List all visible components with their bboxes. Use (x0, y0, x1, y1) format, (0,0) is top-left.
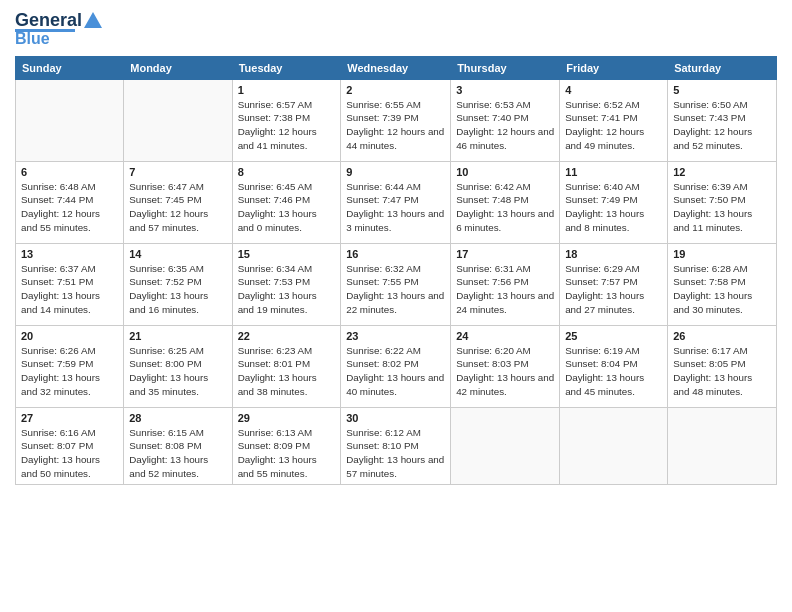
day-info: Sunrise: 6:20 AM Sunset: 8:03 PM Dayligh… (456, 344, 554, 399)
day-number: 2 (346, 84, 445, 96)
day-number: 23 (346, 330, 445, 342)
day-info: Sunrise: 6:47 AM Sunset: 7:45 PM Dayligh… (129, 180, 226, 235)
day-info: Sunrise: 6:44 AM Sunset: 7:47 PM Dayligh… (346, 180, 445, 235)
day-info: Sunrise: 6:23 AM Sunset: 8:01 PM Dayligh… (238, 344, 336, 399)
logo: General Blue (15, 10, 102, 48)
day-number: 30 (346, 412, 445, 424)
calendar-day-cell: 10Sunrise: 6:42 AM Sunset: 7:48 PM Dayli… (451, 161, 560, 243)
weekday-header-friday: Friday (560, 56, 668, 79)
day-number: 25 (565, 330, 662, 342)
day-info: Sunrise: 6:52 AM Sunset: 7:41 PM Dayligh… (565, 98, 662, 153)
day-number: 18 (565, 248, 662, 260)
day-number: 19 (673, 248, 771, 260)
day-info: Sunrise: 6:50 AM Sunset: 7:43 PM Dayligh… (673, 98, 771, 153)
calendar-day-cell: 17Sunrise: 6:31 AM Sunset: 7:56 PM Dayli… (451, 243, 560, 325)
day-info: Sunrise: 6:31 AM Sunset: 7:56 PM Dayligh… (456, 262, 554, 317)
day-number: 17 (456, 248, 554, 260)
calendar-day-cell: 16Sunrise: 6:32 AM Sunset: 7:55 PM Dayli… (341, 243, 451, 325)
day-info: Sunrise: 6:40 AM Sunset: 7:49 PM Dayligh… (565, 180, 662, 235)
page: General Blue SundayMondayTuesdayWednesda… (0, 0, 792, 612)
day-info: Sunrise: 6:19 AM Sunset: 8:04 PM Dayligh… (565, 344, 662, 399)
calendar-week-row: 1Sunrise: 6:57 AM Sunset: 7:38 PM Daylig… (16, 79, 777, 161)
day-number: 10 (456, 166, 554, 178)
calendar-day-cell: 14Sunrise: 6:35 AM Sunset: 7:52 PM Dayli… (124, 243, 232, 325)
svg-marker-0 (84, 12, 102, 28)
calendar-day-cell: 19Sunrise: 6:28 AM Sunset: 7:58 PM Dayli… (668, 243, 777, 325)
calendar-day-cell: 12Sunrise: 6:39 AM Sunset: 7:50 PM Dayli… (668, 161, 777, 243)
day-info: Sunrise: 6:29 AM Sunset: 7:57 PM Dayligh… (565, 262, 662, 317)
day-info: Sunrise: 6:17 AM Sunset: 8:05 PM Dayligh… (673, 344, 771, 399)
calendar-day-cell: 21Sunrise: 6:25 AM Sunset: 8:00 PM Dayli… (124, 325, 232, 407)
weekday-header-sunday: Sunday (16, 56, 124, 79)
day-number: 24 (456, 330, 554, 342)
calendar-day-cell: 11Sunrise: 6:40 AM Sunset: 7:49 PM Dayli… (560, 161, 668, 243)
calendar-day-cell (560, 407, 668, 485)
calendar-week-row: 20Sunrise: 6:26 AM Sunset: 7:59 PM Dayli… (16, 325, 777, 407)
calendar-week-row: 27Sunrise: 6:16 AM Sunset: 8:07 PM Dayli… (16, 407, 777, 485)
day-info: Sunrise: 6:39 AM Sunset: 7:50 PM Dayligh… (673, 180, 771, 235)
calendar-week-row: 13Sunrise: 6:37 AM Sunset: 7:51 PM Dayli… (16, 243, 777, 325)
calendar-day-cell: 20Sunrise: 6:26 AM Sunset: 7:59 PM Dayli… (16, 325, 124, 407)
calendar-table: SundayMondayTuesdayWednesdayThursdayFrid… (15, 56, 777, 486)
calendar-day-cell: 13Sunrise: 6:37 AM Sunset: 7:51 PM Dayli… (16, 243, 124, 325)
calendar-day-cell: 18Sunrise: 6:29 AM Sunset: 7:57 PM Dayli… (560, 243, 668, 325)
day-number: 9 (346, 166, 445, 178)
day-number: 21 (129, 330, 226, 342)
day-number: 12 (673, 166, 771, 178)
day-info: Sunrise: 6:37 AM Sunset: 7:51 PM Dayligh… (21, 262, 118, 317)
day-number: 13 (21, 248, 118, 260)
day-info: Sunrise: 6:12 AM Sunset: 8:10 PM Dayligh… (346, 426, 445, 481)
day-info: Sunrise: 6:16 AM Sunset: 8:07 PM Dayligh… (21, 426, 118, 481)
day-info: Sunrise: 6:53 AM Sunset: 7:40 PM Dayligh… (456, 98, 554, 153)
calendar-day-cell: 7Sunrise: 6:47 AM Sunset: 7:45 PM Daylig… (124, 161, 232, 243)
day-number: 5 (673, 84, 771, 96)
weekday-header-saturday: Saturday (668, 56, 777, 79)
calendar-day-cell: 27Sunrise: 6:16 AM Sunset: 8:07 PM Dayli… (16, 407, 124, 485)
calendar-day-cell: 24Sunrise: 6:20 AM Sunset: 8:03 PM Dayli… (451, 325, 560, 407)
day-number: 26 (673, 330, 771, 342)
logo-triangle-icon (84, 10, 102, 28)
day-info: Sunrise: 6:15 AM Sunset: 8:08 PM Dayligh… (129, 426, 226, 481)
day-number: 7 (129, 166, 226, 178)
day-info: Sunrise: 6:28 AM Sunset: 7:58 PM Dayligh… (673, 262, 771, 317)
calendar-day-cell: 15Sunrise: 6:34 AM Sunset: 7:53 PM Dayli… (232, 243, 341, 325)
day-info: Sunrise: 6:42 AM Sunset: 7:48 PM Dayligh… (456, 180, 554, 235)
calendar-day-cell: 30Sunrise: 6:12 AM Sunset: 8:10 PM Dayli… (341, 407, 451, 485)
weekday-header-monday: Monday (124, 56, 232, 79)
day-info: Sunrise: 6:22 AM Sunset: 8:02 PM Dayligh… (346, 344, 445, 399)
weekday-header-thursday: Thursday (451, 56, 560, 79)
day-info: Sunrise: 6:32 AM Sunset: 7:55 PM Dayligh… (346, 262, 445, 317)
calendar-week-row: 6Sunrise: 6:48 AM Sunset: 7:44 PM Daylig… (16, 161, 777, 243)
calendar-day-cell: 8Sunrise: 6:45 AM Sunset: 7:46 PM Daylig… (232, 161, 341, 243)
calendar-day-cell (16, 79, 124, 161)
day-number: 28 (129, 412, 226, 424)
day-number: 20 (21, 330, 118, 342)
logo-text-blue: Blue (15, 30, 50, 48)
day-info: Sunrise: 6:34 AM Sunset: 7:53 PM Dayligh… (238, 262, 336, 317)
calendar-day-cell (124, 79, 232, 161)
day-number: 22 (238, 330, 336, 342)
header: General Blue (15, 10, 777, 48)
day-number: 3 (456, 84, 554, 96)
day-number: 29 (238, 412, 336, 424)
weekday-header-row: SundayMondayTuesdayWednesdayThursdayFrid… (16, 56, 777, 79)
calendar-day-cell: 1Sunrise: 6:57 AM Sunset: 7:38 PM Daylig… (232, 79, 341, 161)
calendar-day-cell: 4Sunrise: 6:52 AM Sunset: 7:41 PM Daylig… (560, 79, 668, 161)
calendar-day-cell: 29Sunrise: 6:13 AM Sunset: 8:09 PM Dayli… (232, 407, 341, 485)
calendar-day-cell: 28Sunrise: 6:15 AM Sunset: 8:08 PM Dayli… (124, 407, 232, 485)
day-info: Sunrise: 6:25 AM Sunset: 8:00 PM Dayligh… (129, 344, 226, 399)
day-info: Sunrise: 6:57 AM Sunset: 7:38 PM Dayligh… (238, 98, 336, 153)
day-number: 14 (129, 248, 226, 260)
calendar-day-cell: 2Sunrise: 6:55 AM Sunset: 7:39 PM Daylig… (341, 79, 451, 161)
day-number: 4 (565, 84, 662, 96)
day-number: 11 (565, 166, 662, 178)
calendar-day-cell: 26Sunrise: 6:17 AM Sunset: 8:05 PM Dayli… (668, 325, 777, 407)
day-info: Sunrise: 6:26 AM Sunset: 7:59 PM Dayligh… (21, 344, 118, 399)
day-info: Sunrise: 6:13 AM Sunset: 8:09 PM Dayligh… (238, 426, 336, 481)
weekday-header-wednesday: Wednesday (341, 56, 451, 79)
day-number: 8 (238, 166, 336, 178)
calendar-day-cell: 3Sunrise: 6:53 AM Sunset: 7:40 PM Daylig… (451, 79, 560, 161)
day-number: 1 (238, 84, 336, 96)
calendar-day-cell: 9Sunrise: 6:44 AM Sunset: 7:47 PM Daylig… (341, 161, 451, 243)
day-info: Sunrise: 6:55 AM Sunset: 7:39 PM Dayligh… (346, 98, 445, 153)
